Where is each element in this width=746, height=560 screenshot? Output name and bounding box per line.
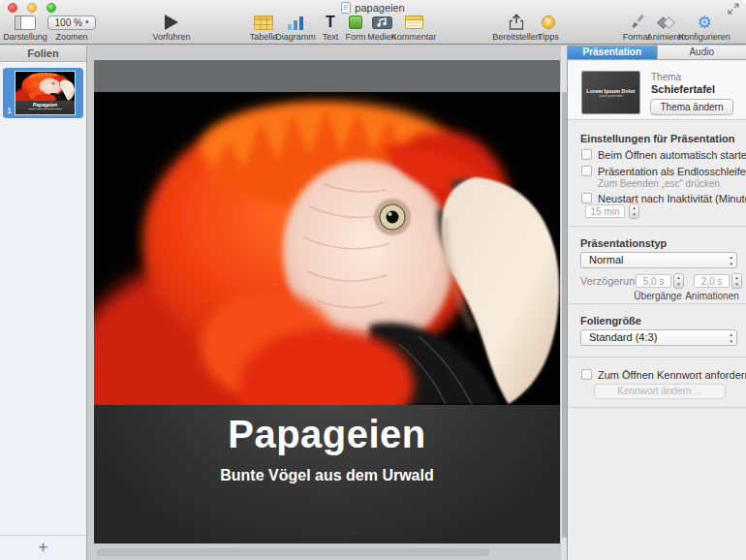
theme-name: Schiefertafel <box>651 83 715 95</box>
slide-size-heading: Foliengröße <box>580 315 641 327</box>
toolbar-zoom-control: 100 % ▾ Zoomen <box>45 13 99 45</box>
transition-delay-field[interactable]: 5,0 s <box>636 274 671 288</box>
transition-delay-stepper[interactable]: ▴▾ <box>673 273 684 289</box>
toolbar-button-vorfuehren[interactable]: Vorführen <box>139 13 204 45</box>
toolbar-label-darstellung: Darstellung <box>0 32 50 42</box>
presentation-type-select[interactable]: Normal ▴▾ <box>580 252 737 268</box>
esc-hint: Zum Beenden „esc“ drücken <box>598 178 720 189</box>
inactivity-minutes-field[interactable]: 15 min <box>585 204 625 218</box>
toolbar-button-tipps[interactable]: ? Tipps <box>529 13 568 45</box>
password-checkbox[interactable] <box>581 369 592 380</box>
slide-thumbnail-item[interactable]: 1 Papageien Bunte Vögel aus dem Urwald <box>3 68 83 118</box>
autostart-label: Beim Öffnen automatisch starten <box>598 149 746 161</box>
comment-note-icon <box>387 13 441 32</box>
presentation-type-value: Normal <box>589 254 623 265</box>
slide-thumbnail-slate: Papageien Bunte Vögel aus dem Urwald <box>16 101 75 114</box>
inspector-tabs: Präsentation Audio <box>568 46 746 60</box>
toolbar-button-kommentar[interactable]: Kommentar <box>387 13 441 45</box>
window-title: papageien <box>355 2 404 14</box>
transitions-label: Übergänge <box>629 291 687 301</box>
horizontal-scrollbar-thumb[interactable] <box>97 548 489 556</box>
slides-header: Folien <box>0 46 86 62</box>
add-slide-button[interactable]: + <box>0 536 86 560</box>
titlebar-toolbar: papageien Darstellung 100 % ▾ Zoomen Vor… <box>0 0 746 45</box>
slide-editor: Papageien Bunte Vögel aus dem Urwald <box>94 92 560 544</box>
theme-thumbnail[interactable]: Lorem Ipsum Dolor Lorem ipsum dolor <box>581 71 640 114</box>
tab-praesentation[interactable]: Präsentation <box>568 46 657 59</box>
slide-size-value: Standard (4:3) <box>589 331 657 343</box>
toolbar-label-zoomen: Zoomen <box>45 32 99 42</box>
toolbar-button-konfigurieren[interactable]: ⚙ Konfigurieren <box>672 13 736 45</box>
select-arrows-icon: ▴▾ <box>730 254 732 267</box>
animations-label: Animationen <box>683 291 741 301</box>
tab-audio[interactable]: Audio <box>657 46 746 59</box>
chevron-down-icon: ▾ <box>85 18 89 26</box>
slide-thumbnail: Papageien Bunte Vögel aus dem Urwald <box>16 72 75 114</box>
select-arrows-icon: ▴▾ <box>730 331 732 345</box>
divider <box>568 407 746 408</box>
text-icon: T <box>326 15 335 30</box>
divider <box>568 303 746 304</box>
slide-subtitle-textbox[interactable]: Bunte Vögel aus dem Urwald <box>94 467 560 484</box>
presentation-type-heading: Präsentationstyp <box>580 237 667 249</box>
document-icon <box>341 2 351 14</box>
slide-text-area: Papageien Bunte Vögel aus dem Urwald <box>94 405 560 544</box>
toolbar-label-vorfuehren: Vorführen <box>139 32 204 42</box>
sidebar-bottom-bar: + <box>0 535 86 560</box>
play-icon <box>165 15 178 30</box>
slide-thumbnail-photo <box>16 72 75 101</box>
theme-section: Lorem Ipsum Dolor Lorem ipsum dolor Them… <box>568 61 746 120</box>
canvas-background <box>94 60 560 92</box>
slide-title-textbox[interactable]: Papageien <box>94 413 560 456</box>
restart-checkbox[interactable] <box>581 193 592 203</box>
window-layout-icon <box>0 13 50 32</box>
divider <box>568 226 746 227</box>
slide-size-select[interactable]: Standard (4:3) ▴▾ <box>580 329 737 346</box>
toolbar-label-kommentar: Kommentar <box>387 32 441 42</box>
settings-heading: Einstellungen für Präsentation <box>580 133 735 144</box>
change-password-button[interactable]: Kennwort ändern ... <box>594 384 726 399</box>
zoom-level-value: 100 % <box>55 17 82 28</box>
inspector-panel: Präsentation Audio Lorem Ipsum Dolor Lor… <box>567 46 746 560</box>
slide-canvas: Papageien Bunte Vögel aus dem Urwald <box>88 46 567 560</box>
loop-checkbox[interactable] <box>581 166 592 176</box>
change-theme-button[interactable]: Thema ändern <box>650 99 733 115</box>
toolbar-label-konfigurieren: Konfigurieren <box>672 32 736 42</box>
autostart-checkbox[interactable] <box>581 149 592 160</box>
restart-label: Neustart nach Inaktivität (Minuten): <box>598 193 746 204</box>
theme-thumb-subtitle: Lorem ipsum dolor <box>582 94 639 98</box>
parrot-photo[interactable] <box>94 92 560 405</box>
help-question-icon: ? <box>542 16 555 29</box>
gear-icon: ⚙ <box>697 15 711 31</box>
theme-label: Thema <box>651 72 681 82</box>
slide-thumbnail-subtitle: Bunte Vögel aus dem Urwald <box>16 108 75 110</box>
divider <box>568 357 746 358</box>
slide-number: 1 <box>7 106 12 115</box>
delay-label: Verzögerung: <box>580 275 643 287</box>
zoom-level-dropdown[interactable]: 100 % ▾ <box>47 16 97 30</box>
slides-sidebar: Folien 1 Papageien Bunte Vögel aus dem U… <box>0 46 87 560</box>
animation-delay-stepper[interactable]: ▴▾ <box>731 273 742 289</box>
toolbar-label-tipps: Tipps <box>529 32 568 42</box>
toolbar-button-darstellung[interactable]: Darstellung <box>0 13 50 45</box>
keynote-window: papageien Darstellung 100 % ▾ Zoomen Vor… <box>0 0 746 560</box>
password-label: Zum Öffnen Kennwort anfordern <box>598 369 746 381</box>
loop-label: Präsentation als Endlosschleife <box>598 166 746 177</box>
animation-delay-field[interactable]: 2,0 s <box>694 274 730 288</box>
inactivity-stepper[interactable]: ▴▾ <box>629 203 639 219</box>
